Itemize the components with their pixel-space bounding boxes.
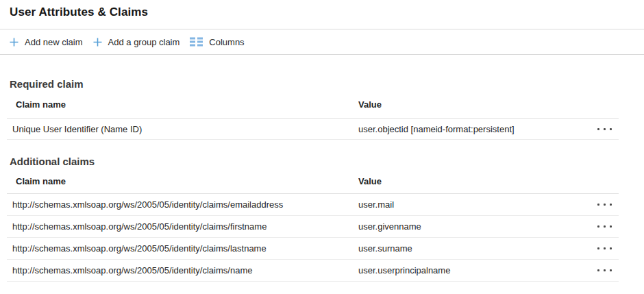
plus-icon (93, 38, 102, 47)
page-title: User Attributes & Claims (10, 5, 644, 19)
row-context-menu-button[interactable] (597, 201, 612, 208)
claims-toolbar: Add new claim Add a group claim Columns (0, 29, 644, 55)
claim-name-cell: Unique User Identifier (Name ID) (7, 124, 358, 134)
add-new-claim-button[interactable]: Add new claim (10, 37, 83, 47)
claim-name-cell: http://schemas.xmlsoap.org/ws/2005/05/id… (7, 243, 358, 254)
ellipsis-icon (597, 204, 599, 206)
table-header-row: Claim name Value (7, 91, 619, 119)
table-row-lastname[interactable]: http://schemas.xmlsoap.org/ws/2005/05/id… (7, 238, 619, 260)
claim-name-column-header: Claim name (7, 99, 358, 110)
value-column-header: Value (358, 176, 589, 186)
add-group-claim-label: Add a group claim (108, 37, 180, 47)
row-context-menu-button[interactable] (597, 223, 612, 230)
columns-label: Columns (209, 37, 244, 47)
table-row-firstname[interactable]: http://schemas.xmlsoap.org/ws/2005/05/id… (7, 216, 619, 238)
required-claim-table: Claim name Value Unique User Identifier … (7, 91, 619, 140)
claim-name-cell: http://schemas.xmlsoap.org/ws/2005/05/id… (7, 221, 358, 232)
claim-name-cell: http://schemas.xmlsoap.org/ws/2005/05/id… (7, 265, 358, 275)
row-context-menu-button[interactable] (597, 125, 612, 133)
value-column-header: Value (358, 99, 589, 110)
plus-icon (10, 38, 18, 47)
claim-value-cell: user.userprincipalname (358, 265, 589, 275)
page-header: User Attributes & Claims (0, 0, 644, 29)
row-context-menu-button[interactable] (597, 245, 612, 252)
claim-value-cell: user.givenname (358, 221, 589, 232)
columns-button[interactable]: Columns (190, 37, 244, 47)
table-row-emailaddress[interactable]: http://schemas.xmlsoap.org/ws/2005/05/id… (7, 194, 619, 216)
table-header-row: Claim name Value (7, 169, 619, 194)
additional-claims-table: Claim name Value http://schemas.xmlsoap.… (7, 169, 619, 282)
claim-name-column-header: Claim name (7, 176, 358, 186)
table-row-nameid[interactable]: Unique User Identifier (Name ID) user.ob… (7, 119, 619, 140)
claim-value-cell: user.surname (358, 243, 589, 254)
claim-value-cell: user.mail (358, 199, 589, 210)
claim-value-cell: user.objectid [nameid-format:persistent] (358, 124, 589, 134)
additional-claims-heading: Additional claims (10, 155, 644, 169)
add-new-claim-label: Add new claim (25, 37, 83, 47)
ellipsis-icon (597, 225, 599, 228)
ellipsis-icon (597, 269, 599, 271)
add-group-claim-button[interactable]: Add a group claim (93, 37, 180, 47)
table-row-name[interactable]: http://schemas.xmlsoap.org/ws/2005/05/id… (7, 260, 619, 282)
columns-icon (190, 37, 203, 47)
required-claim-heading: Required claim (10, 77, 644, 91)
row-context-menu-button[interactable] (597, 267, 612, 274)
claim-name-cell: http://schemas.xmlsoap.org/ws/2005/05/id… (7, 199, 358, 210)
ellipsis-icon (597, 247, 599, 249)
ellipsis-icon (597, 128, 599, 130)
